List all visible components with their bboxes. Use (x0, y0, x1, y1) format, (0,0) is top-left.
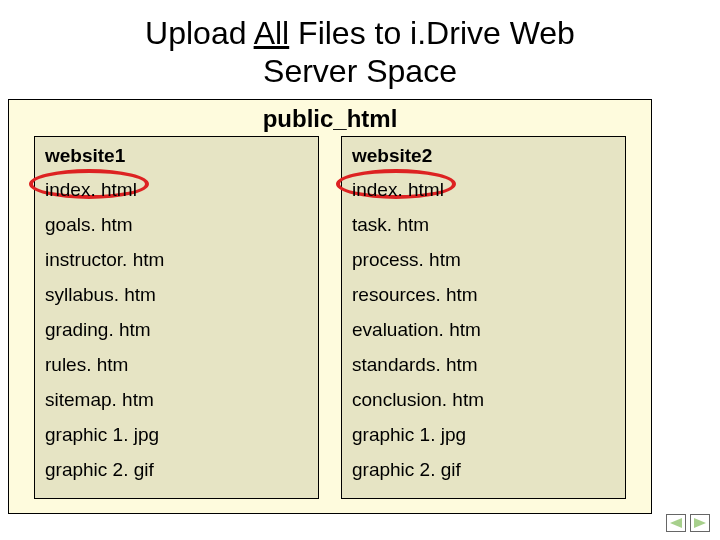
title-line1-post: Files to i.Drive Web (289, 15, 575, 51)
title-line1-pre: Upload (145, 15, 254, 51)
arrow-left-icon (670, 518, 682, 528)
next-slide-button[interactable] (690, 514, 710, 532)
prev-slide-button[interactable] (666, 514, 686, 532)
list-item: rules. htm (45, 348, 308, 383)
folder-name-label: public_html (9, 100, 651, 136)
list-item: index. html (45, 173, 308, 208)
title-line2: Server Space (263, 53, 457, 89)
list-item: goals. htm (45, 208, 308, 243)
arrow-right-icon (694, 518, 706, 528)
list-item: conclusion. htm (352, 383, 615, 418)
public-html-folder: public_html website1 index. html goals. … (8, 99, 652, 514)
list-item: grading. htm (45, 313, 308, 348)
list-item: graphic 1. jpg (45, 418, 308, 453)
list-item: graphic 2. gif (45, 453, 308, 488)
list-item: evaluation. htm (352, 313, 615, 348)
list-item: syllabus. htm (45, 278, 308, 313)
list-item: graphic 1. jpg (352, 418, 615, 453)
slide-title: Upload All Files to i.Drive Web Server S… (0, 0, 720, 97)
site-name-label: website2 (352, 145, 615, 173)
list-item: process. htm (352, 243, 615, 278)
title-underlined-word: All (254, 15, 290, 51)
list-item: instructor. htm (45, 243, 308, 278)
file-list: index. html goals. htm instructor. htm s… (45, 173, 308, 488)
list-item: resources. htm (352, 278, 615, 313)
site-name-label: website1 (45, 145, 308, 173)
nav-arrows (666, 514, 710, 532)
svg-marker-1 (694, 518, 706, 528)
list-item: standards. htm (352, 348, 615, 383)
svg-marker-0 (670, 518, 682, 528)
site-box-website1: website1 index. html goals. htm instruct… (34, 136, 319, 499)
file-list: index. html task. htm process. htm resou… (352, 173, 615, 488)
list-item: task. htm (352, 208, 615, 243)
site-box-website2: website2 index. html task. htm process. … (341, 136, 626, 499)
list-item: sitemap. htm (45, 383, 308, 418)
list-item: graphic 2. gif (352, 453, 615, 488)
list-item: index. html (352, 173, 615, 208)
site-columns: website1 index. html goals. htm instruct… (9, 136, 651, 499)
